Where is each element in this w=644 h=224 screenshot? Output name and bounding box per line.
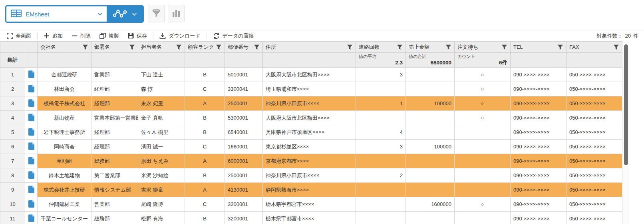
row-number[interactable]: 1 <box>0 68 25 82</box>
cell-contacts[interactable] <box>356 212 406 224</box>
cell-pending[interactable] <box>455 140 511 154</box>
document-icon[interactable] <box>28 203 34 209</box>
cell-dept[interactable]: 営業本部第一営業部 <box>91 111 138 125</box>
cell-contacts[interactable]: 2 <box>356 168 406 183</box>
column-header-pending[interactable]: 注文待ち <box>455 42 511 53</box>
record-cell[interactable] <box>25 125 38 140</box>
record-cell[interactable] <box>25 154 38 168</box>
record-cell[interactable] <box>25 168 38 183</box>
cell-fax[interactable]: 050-××××-×××× <box>566 125 622 140</box>
cell-fax[interactable]: 050-××××-×××× <box>566 82 622 96</box>
cell-address[interactable]: 神奈川県小田原市×××× <box>263 168 356 183</box>
cell-person[interactable]: 尾崎 隆博 <box>138 197 185 212</box>
row-number[interactable]: 8 <box>0 168 25 183</box>
filter-icon[interactable] <box>129 44 135 50</box>
filter-icon[interactable] <box>613 44 619 50</box>
cell-rank[interactable]: C <box>185 140 225 154</box>
cell-pending[interactable]: ○ <box>455 197 511 212</box>
save-button[interactable]: 保存 <box>123 32 151 40</box>
cell-pending[interactable] <box>455 212 511 224</box>
cell-zip[interactable]: 2500001 <box>225 96 263 111</box>
record-cell[interactable] <box>25 212 38 224</box>
cell-company[interactable]: 金都運総研 <box>38 68 91 82</box>
cell-tel[interactable]: 090-××××-×××× <box>511 197 566 212</box>
cell-address[interactable]: 神奈川県小田原市×××× <box>263 96 356 111</box>
record-cell[interactable] <box>25 111 38 125</box>
cell-dept[interactable]: 情報システム部 <box>91 183 138 197</box>
cell-person[interactable]: 金子 真帆 <box>138 111 185 125</box>
row-number[interactable]: 5 <box>0 125 25 140</box>
cell-fax[interactable]: 050-××××-×××× <box>566 140 622 154</box>
cell-zip[interactable]: 5010001 <box>225 68 263 82</box>
filter-icon[interactable] <box>501 44 507 50</box>
cell-address[interactable]: 東京都杉並区×××× <box>263 140 356 154</box>
cell-tel[interactable]: 090-××××-×××× <box>511 140 566 154</box>
cell-dept[interactable]: 経理部 <box>91 96 138 111</box>
cell-zip[interactable]: 3300041 <box>225 82 263 96</box>
row-number[interactable]: 6 <box>0 140 25 154</box>
cell-company[interactable]: 岩下税理士事務所 <box>38 125 91 140</box>
cell-person[interactable]: 末永 妃里 <box>138 96 185 111</box>
cell-dept[interactable]: 営業部 <box>91 68 138 82</box>
cell-address[interactable]: 埼玉県浦和市×××× <box>263 82 356 96</box>
column-header-sales[interactable]: 売上金額 <box>406 42 455 53</box>
row-number[interactable]: 7 <box>0 154 25 168</box>
document-icon[interactable] <box>28 145 34 151</box>
cell-sales[interactable]: 100000 <box>406 96 455 111</box>
cell-rank[interactable]: C <box>185 197 225 212</box>
cell-sales[interactable] <box>406 212 455 224</box>
cell-contacts[interactable] <box>356 197 406 212</box>
cell-address[interactable]: 静岡県熱海市×××× <box>263 183 356 197</box>
record-cell[interactable] <box>25 183 38 197</box>
column-header-rank[interactable]: 顧客ランク <box>185 42 225 53</box>
record-cell[interactable] <box>25 140 38 154</box>
cell-person[interactable]: 清田 誠一 <box>138 140 185 154</box>
cell-rank[interactable]: B <box>185 212 225 224</box>
cell-company[interactable]: 新山物産 <box>38 111 91 125</box>
cell-zip[interactable]: 6540001 <box>225 125 263 140</box>
document-icon[interactable] <box>28 131 34 137</box>
document-icon[interactable] <box>28 102 34 108</box>
duplicate-button[interactable]: 複製 <box>95 32 123 40</box>
cell-pending[interactable]: ○ <box>455 68 511 82</box>
cell-sales[interactable] <box>406 125 455 140</box>
filter-button[interactable] <box>148 5 165 22</box>
cell-address[interactable]: 京都府京都市×××× <box>263 154 356 168</box>
cell-dept[interactable]: 総務部 <box>91 154 138 168</box>
cell-pending[interactable]: ○ <box>455 111 511 125</box>
cell-fax[interactable]: 050-××××-×××× <box>566 197 622 212</box>
cell-zip[interactable]: 3200001 <box>225 212 263 224</box>
filter-icon[interactable] <box>347 44 353 50</box>
sheet-selector[interactable]: EMsheet <box>6 6 107 22</box>
cell-company[interactable]: 岡崎商会 <box>38 140 91 154</box>
cell-rank[interactable]: B <box>185 68 225 82</box>
cell-tel[interactable]: 090-××××-×××× <box>511 154 566 168</box>
column-header-person[interactable]: 担当者名 <box>138 42 185 53</box>
cell-sales[interactable] <box>406 68 455 82</box>
cell-sales[interactable] <box>406 168 455 183</box>
download-button[interactable]: ダウンロード <box>155 32 205 40</box>
cell-fax[interactable]: 050-××××-×××× <box>566 183 622 197</box>
document-icon[interactable] <box>28 217 34 223</box>
cell-address[interactable]: 大阪府大阪市北区梅田×××× <box>263 111 356 125</box>
row-number[interactable]: 9 <box>0 183 25 197</box>
cell-fax[interactable]: 050-××××-×××× <box>566 68 622 82</box>
cell-rank[interactable]: A <box>185 154 225 168</box>
cell-contacts[interactable] <box>356 111 406 125</box>
cell-person[interactable]: 吉沢 獅童 <box>138 183 185 197</box>
cell-person[interactable]: 米沢 沙知絵 <box>138 168 185 183</box>
filter-icon[interactable] <box>176 44 182 50</box>
cell-company[interactable]: 千葉コールセンター <box>38 212 91 224</box>
row-number[interactable]: 2 <box>0 82 25 96</box>
cell-rank[interactable]: A <box>185 183 225 197</box>
filter-icon[interactable] <box>397 44 403 50</box>
cell-contacts[interactable]: 3 <box>356 68 406 82</box>
record-cell[interactable] <box>25 82 38 96</box>
cell-rank[interactable]: B <box>185 111 225 125</box>
cell-person[interactable]: 下山 達士 <box>138 68 185 82</box>
column-header-dept[interactable]: 部署名 <box>91 42 138 53</box>
cell-address[interactable]: 大阪府大阪市北区梅田×××× <box>263 68 356 82</box>
add-button[interactable]: 追加 <box>39 32 67 40</box>
cell-tel[interactable]: 090-××××-×××× <box>511 183 566 197</box>
document-icon[interactable] <box>28 116 34 122</box>
